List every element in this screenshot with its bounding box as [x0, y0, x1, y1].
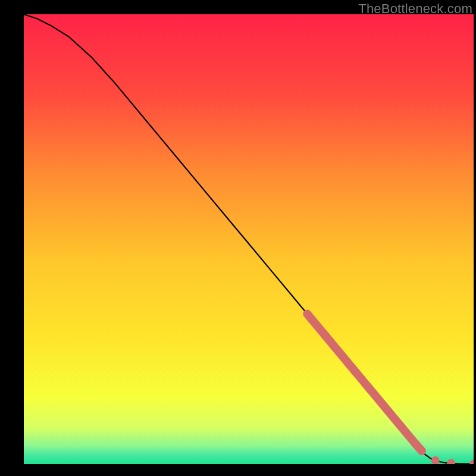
marked-segment [415, 443, 422, 451]
plot-area [24, 14, 474, 464]
tail-point [447, 459, 455, 464]
tail-point [431, 456, 440, 464]
tail-point [469, 460, 474, 464]
chart-frame: TheBottleneck.com [0, 0, 476, 476]
watermark-text: TheBottleneck.com [358, 1, 472, 17]
curve-layer [24, 14, 474, 464]
